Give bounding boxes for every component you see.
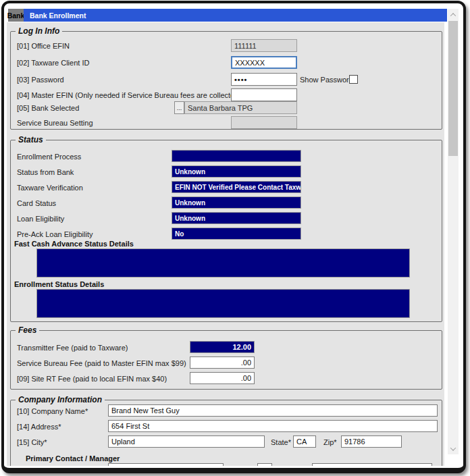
status-value-box: Unknown	[172, 212, 301, 224]
app-window: Bank Bank Enrollment Log In Info [01] Of…	[1, 1, 466, 473]
row-site-rt-fee: [09] Site RT Fee (paid to local EFIN max…	[11, 372, 442, 385]
zip-field[interactable]	[341, 435, 402, 448]
primary-contact-heading: Primary Contact / Manager	[26, 454, 120, 462]
state-field[interactable]	[293, 435, 316, 448]
row-bank-selected: [05] Bank Selected ...	[11, 101, 442, 114]
tab-bar: Bank Bank Enrollment	[8, 9, 447, 22]
scroll-down-button[interactable]	[448, 443, 459, 454]
site-rt-fee-label: [09] Site RT Fee (paid to local EFIN max…	[17, 375, 167, 383]
chevron-down-icon	[450, 445, 456, 450]
row-password: [03] Password Show Password	[11, 73, 442, 86]
zip-label: Zip*	[323, 438, 337, 446]
status-label: Loan Eligibility	[17, 215, 64, 223]
password-field[interactable]	[231, 73, 297, 86]
status-value-box	[172, 150, 301, 162]
status-label: Card Status	[17, 199, 56, 207]
middle-field[interactable]	[257, 463, 272, 466]
row-transmitter-fee: Transmitter Fee (paid to Taxware) 12.00	[11, 341, 442, 354]
group-title: Status	[16, 135, 46, 144]
bank-selected-label: [05] Bank Selected	[17, 104, 79, 112]
form-area: Log In Info [01] Office EFIN [02] Taxwar…	[7, 22, 444, 466]
tab-bank-enrollment[interactable]: Bank Enrollment	[24, 9, 447, 22]
office-efin-label: [01] Office EFIN	[17, 42, 70, 50]
client-id-field[interactable]	[231, 56, 297, 69]
group-title: Fees	[16, 325, 39, 335]
company-name-field[interactable]	[108, 404, 438, 417]
status-value-box: Unknown	[172, 196, 301, 209]
enrollment-details-box	[36, 289, 410, 318]
status-label: Status from Bank	[17, 168, 74, 176]
bank-selected-field	[184, 101, 297, 114]
first-name-label: [18] First Name*	[17, 466, 70, 467]
master-efin-field[interactable]	[231, 88, 297, 101]
status-value-box: No	[172, 228, 301, 240]
service-bureau-fee-label: Service Bureau Fee (paid to Master EFIN …	[17, 359, 186, 367]
status-row: Loan Eligibility Unknown	[11, 212, 442, 225]
address-label: [14] Address*	[17, 423, 61, 431]
scrollbar-thumb[interactable]	[448, 21, 458, 156]
service-bureau-setting-field	[231, 116, 297, 129]
group-company-information: Company Information [10] Company Name* […	[10, 400, 442, 466]
status-label: Pre-Ack Loan Eligibility	[17, 230, 93, 238]
status-value-box: Unknown	[172, 165, 301, 178]
middle-label: Middle	[231, 466, 253, 467]
status-row: Taxware Verification EFIN NOT Verified P…	[11, 181, 442, 194]
master-efin-label: [04] Master EFIN (Only needed if Service…	[17, 91, 241, 99]
group-status: Status Enrollment Process Status from Ba…	[10, 140, 442, 322]
city-label: [15] City*	[17, 438, 47, 446]
scroll-up-button[interactable]	[448, 9, 459, 20]
transmitter-fee-value: 12.00	[190, 341, 255, 353]
address-field[interactable]	[108, 420, 438, 432]
status-label: Taxware Verification	[17, 184, 83, 192]
fast-cash-details-label: Fast Cash Advance Status Details	[14, 240, 134, 248]
row-address: [14] Address*	[11, 420, 442, 433]
group-title: Company Information	[16, 395, 105, 404]
group-fees: Fees Transmitter Fee (paid to Taxware) 1…	[10, 330, 442, 390]
status-row: Enrollment Process	[11, 150, 442, 163]
tab-bank[interactable]: Bank	[8, 9, 24, 22]
vertical-scrollbar[interactable]	[448, 9, 459, 454]
state-label: State*	[271, 438, 291, 446]
row-client-id: [02] Taxware Client ID	[11, 56, 442, 69]
enrollment-details-label: Enrollment Status Details	[14, 280, 104, 288]
service-bureau-setting-label: Service Bureau Setting	[17, 119, 93, 127]
group-title: Log In Info	[16, 26, 62, 36]
row-company-name: [10] Company Name*	[11, 404, 442, 417]
company-name-label: [10] Company Name*	[17, 407, 88, 415]
city-field[interactable]	[108, 435, 265, 448]
last-name-label: Last Name*	[278, 466, 317, 467]
transmitter-fee-label: Transmitter Fee (paid to Taxware)	[17, 344, 128, 352]
row-office-efin: [01] Office EFIN	[11, 39, 442, 52]
service-bureau-fee-field[interactable]	[190, 356, 255, 369]
last-name-field[interactable]	[312, 463, 432, 466]
status-row: Status from Bank Unknown	[11, 165, 442, 178]
row-city-state-zip: [15] City* State* Zip*	[11, 435, 442, 448]
status-value-box: EFIN NOT Verified Please Contact Taxware	[172, 181, 301, 193]
bank-picker-button[interactable]: ...	[174, 101, 184, 114]
row-service-bureau-fee: Service Bureau Fee (paid to Master EFIN …	[11, 356, 442, 369]
status-row: Card Status Unknown	[11, 196, 442, 209]
row-contact-name: [18] First Name* Middle Last Name*	[11, 463, 442, 466]
office-efin-field	[231, 39, 297, 52]
first-name-field[interactable]	[108, 463, 224, 466]
show-password-checkbox[interactable]	[349, 75, 358, 84]
password-label: [03] Password	[17, 76, 64, 84]
status-label: Enrollment Process	[17, 153, 81, 161]
fast-cash-details-box	[36, 248, 410, 277]
client-id-label: [02] Taxware Client ID	[17, 59, 89, 67]
show-password-label: Show Password	[300, 76, 353, 84]
site-rt-fee-field[interactable]	[190, 372, 255, 384]
chevron-up-icon	[450, 13, 456, 18]
status-row: Pre-Ack Loan Eligibility No	[11, 228, 442, 240]
row-service-bureau-setting: Service Bureau Setting	[11, 116, 442, 129]
row-master-efin: [04] Master EFIN (Only needed if Service…	[11, 88, 442, 101]
group-log-in-info: Log In Info [01] Office EFIN [02] Taxwar…	[10, 31, 442, 130]
